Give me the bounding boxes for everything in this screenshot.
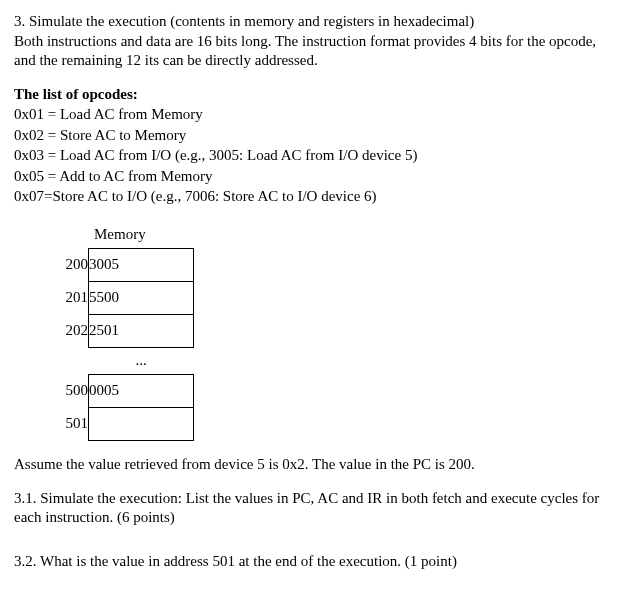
mem-addr: 201 [54,282,89,315]
table-row: 202 2501 [54,315,194,348]
assumption-text: Assume the value retrieved from device 5… [14,455,617,475]
opcode-line: 0x07=Store AC to I/O (e.g., 7006: Store … [14,187,617,207]
opcode-line: 0x03 = Load AC from I/O (e.g., 3005: Loa… [14,146,617,166]
question-3-1: 3.1. Simulate the execution: List the va… [14,489,617,528]
mem-cell: 2501 [89,315,194,348]
mem-addr: 200 [54,249,89,282]
mem-cell: 3005 [89,249,194,282]
table-row: 501 [54,408,194,441]
table-row: 500 0005 [54,375,194,408]
opcode-line: 0x02 = Store AC to Memory [14,126,617,146]
mem-cell [89,408,194,441]
opcodes-title: The list of opcodes: [14,85,617,105]
memory-label: Memory [94,225,617,245]
table-row: 200 3005 [54,249,194,282]
ellipsis-row: ... [54,348,194,375]
q3-prompt: 3. Simulate the execution (contents in m… [14,12,617,32]
mem-cell: 0005 [89,375,194,408]
memory-table: 200 3005 201 5500 202 2501 ... 500 0005 … [54,248,194,441]
mem-addr: 202 [54,315,89,348]
opcode-line: 0x01 = Load AC from Memory [14,105,617,125]
opcodes-list: The list of opcodes: 0x01 = Load AC from… [14,85,617,207]
q3-desc: Both instructions and data are 16 bits l… [14,32,617,71]
table-row: 201 5500 [54,282,194,315]
question-3-2: 3.2. What is the value in address 501 at… [14,552,617,572]
memory-diagram: Memory 200 3005 201 5500 202 2501 ... 50… [14,225,617,442]
opcode-line: 0x05 = Add to AC from Memory [14,167,617,187]
mem-addr: 500 [54,375,89,408]
mem-addr: 501 [54,408,89,441]
question-3-header: 3. Simulate the execution (contents in m… [14,12,617,71]
mem-cell: 5500 [89,282,194,315]
ellipsis: ... [89,348,194,375]
